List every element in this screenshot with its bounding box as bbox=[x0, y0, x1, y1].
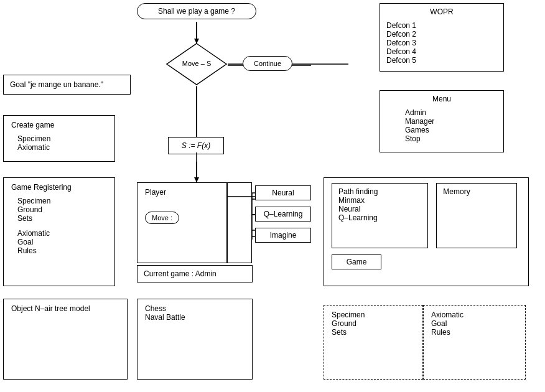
s-fx-box: S := F(x) bbox=[168, 137, 224, 154]
imagine-label: Imagine bbox=[270, 231, 297, 240]
path-finding-outer-box: Path finding Minmax Neural Q–Learning Me… bbox=[324, 177, 529, 286]
move-label: Move : bbox=[152, 214, 172, 222]
game-button[interactable]: Game bbox=[332, 254, 381, 269]
specimen-ground-sets-box: Specimen Ground Sets bbox=[324, 305, 423, 380]
imagine-box[interactable]: Imagine bbox=[255, 228, 311, 243]
wopr-item-1: Defcon 1 bbox=[386, 21, 497, 30]
pf-q-learning: Q–Learning bbox=[338, 213, 421, 222]
wopr-item-3: Defcon 3 bbox=[386, 39, 497, 47]
gr-specimen: Specimen bbox=[17, 197, 107, 205]
object-n-air-box: Object N–air tree model bbox=[3, 299, 128, 380]
path-finding-inner-box: Path finding Minmax Neural Q–Learning bbox=[332, 183, 428, 248]
gr-sets: Sets bbox=[17, 214, 107, 223]
sgs-ground: Ground bbox=[332, 319, 415, 328]
gr-ground: Ground bbox=[17, 205, 107, 214]
neural-box[interactable]: Neural bbox=[255, 185, 311, 200]
create-game-title: Create game bbox=[11, 121, 107, 129]
wopr-box: WOPR Defcon 1 Defcon 2 Defcon 3 Defcon 4… bbox=[380, 3, 504, 72]
continue-box[interactable]: Continue bbox=[243, 56, 292, 71]
create-game-axiomatic: Axiomatic bbox=[17, 143, 107, 152]
goal-box: Goal "je mange un banane." bbox=[3, 75, 131, 95]
q-learning-box[interactable]: Q–Learning bbox=[255, 207, 311, 222]
shall-we-play-label: Shall we play a game ? bbox=[158, 7, 235, 16]
sgs-specimen: Specimen bbox=[332, 310, 415, 319]
chess-box: Chess Naval Battle bbox=[137, 299, 253, 380]
q-learning-label: Q–Learning bbox=[264, 210, 303, 218]
continue-label: Continue bbox=[254, 60, 281, 67]
player-title: Player bbox=[145, 188, 219, 197]
wopr-item-5: Defcon 5 bbox=[386, 56, 497, 65]
diamond-move-s: Move – S bbox=[165, 42, 228, 86]
svg-text:Move – S: Move – S bbox=[182, 60, 211, 67]
diagram: Shall we play a game ? Move – S Continue… bbox=[0, 0, 545, 392]
wopr-item-2: Defcon 2 bbox=[386, 30, 497, 39]
pf-path-finding: Path finding bbox=[338, 187, 421, 196]
game-registering-box: Game Registering Specimen Ground Sets Ax… bbox=[3, 177, 115, 286]
menu-item-admin: Admin bbox=[405, 108, 497, 117]
current-game-box: Current game : Admin bbox=[137, 265, 253, 282]
memory-inner-box: Memory bbox=[436, 183, 517, 248]
chess-label: Chess bbox=[145, 304, 245, 313]
pf-neural: Neural bbox=[338, 205, 421, 213]
pf-minmax: Minmax bbox=[338, 196, 421, 205]
gr-rules: Rules bbox=[17, 246, 107, 255]
gr-goal: Goal bbox=[17, 238, 107, 246]
current-game-label: Current game : Admin bbox=[144, 269, 217, 278]
agr-rules: Rules bbox=[431, 328, 518, 337]
menu-title: Menu bbox=[386, 95, 497, 103]
menu-item-stop: Stop bbox=[405, 134, 497, 143]
neural-label: Neural bbox=[272, 189, 294, 197]
goal-label: Goal "je mange un banane." bbox=[10, 80, 103, 89]
svg-marker-23 bbox=[194, 177, 199, 182]
agr-axiomatic: Axiomatic bbox=[431, 310, 518, 319]
object-n-air-label: Object N–air tree model bbox=[11, 304, 119, 313]
s-fx-label: S := F(x) bbox=[182, 141, 210, 150]
naval-label: Naval Battle bbox=[145, 313, 245, 322]
wopr-title: WOPR bbox=[386, 7, 497, 16]
menu-item-manager: Manager bbox=[405, 117, 497, 126]
game-registering-title: Game Registering bbox=[11, 183, 107, 192]
player-box: Player Move : bbox=[137, 182, 227, 263]
agr-goal: Goal bbox=[431, 319, 518, 328]
gr-axiomatic: Axiomatic bbox=[17, 229, 107, 238]
shall-we-play-box: Shall we play a game ? bbox=[137, 3, 256, 19]
game-label: Game bbox=[347, 258, 367, 266]
menu-box: Menu Admin Manager Games Stop bbox=[380, 90, 504, 152]
move-button[interactable]: Move : bbox=[145, 212, 179, 224]
memory-label: Memory bbox=[443, 187, 510, 196]
axiomatic-goal-rules-box: Axiomatic Goal Rules bbox=[423, 305, 526, 380]
create-game-box: Create game Specimen Axiomatic bbox=[3, 115, 115, 162]
wopr-item-4: Defcon 4 bbox=[386, 47, 497, 56]
create-game-specimen: Specimen bbox=[17, 134, 107, 143]
sgs-sets: Sets bbox=[332, 328, 415, 337]
menu-item-games: Games bbox=[405, 126, 497, 134]
player-right-box bbox=[227, 182, 252, 263]
